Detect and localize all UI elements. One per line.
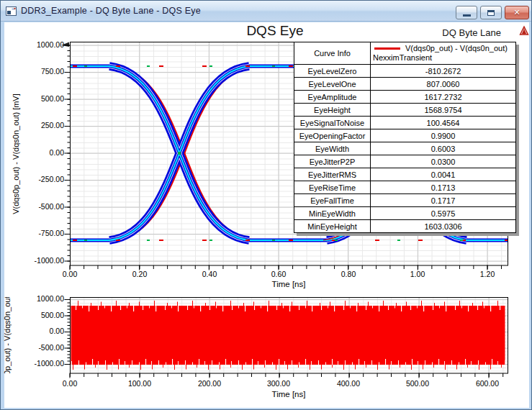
plot-title: DQS Eye xyxy=(178,23,372,39)
legend-metric-value: 100.4564 xyxy=(371,117,515,129)
legend-metric-value: 0.9900 xyxy=(371,129,515,142)
x-tick-label: 0.60 xyxy=(261,269,297,280)
legend-metric-name: MinEyeHeight xyxy=(294,220,371,232)
legend-row: MinEyeHeight 1603.0306 xyxy=(294,219,515,232)
y-tick-label: -500.00 xyxy=(15,342,64,353)
legend-metric-value: 1568.9754 xyxy=(371,104,515,116)
legend-row: EyeLevelZero -810.2672 xyxy=(294,64,515,77)
legend-metric-value: 1617.2732 xyxy=(371,91,515,103)
x-tick-label: 100.00 xyxy=(122,378,158,389)
x-tick-label: 1.20 xyxy=(469,269,505,280)
x-tick-label: 500.00 xyxy=(400,378,436,389)
legend-row: EyeWidth 0.6003 xyxy=(294,142,515,155)
y-tick-label: 500.00 xyxy=(15,310,64,321)
legend-row: EyeLevelOne 807.0060 xyxy=(294,77,515,90)
transient-plot xyxy=(68,298,509,376)
legend-row: EyeJitterRMS 0.0041 xyxy=(294,168,515,181)
x-tick-label: 0.00 xyxy=(52,378,88,389)
legend-header: Curve Info V(dqs0p_out) - V(dqs0n_out) N… xyxy=(294,42,515,64)
y-tick-label: -750.00 xyxy=(15,228,64,239)
x-tick-label: 600.00 xyxy=(469,378,505,389)
x-tick-label: 0.80 xyxy=(330,269,366,280)
y-tick-label: -500.00 xyxy=(15,201,64,212)
legend-row: EyeAmplitude 1617.2732 xyxy=(294,90,515,103)
y-tick-label: 0.00 xyxy=(15,326,64,337)
curve-color-swatch xyxy=(374,47,400,50)
y-tick-label: 1000.00 xyxy=(15,40,64,50)
legend-row: EyeOpeningFactor 0.9900 xyxy=(294,129,515,142)
eye-crossing-marker xyxy=(178,152,181,155)
x-tick-label: 0.40 xyxy=(191,269,227,280)
legend-metric-value: 0.6003 xyxy=(371,142,515,155)
legend-metric-name: EyeLevelOne xyxy=(294,78,371,90)
y-tick-label: -1000.00 xyxy=(15,255,64,266)
legend-metric-name: EyeJitterP2P xyxy=(294,155,371,168)
legend-row: MinEyeWidth 0.5975 xyxy=(294,206,515,219)
ansoft-logo-icon xyxy=(518,25,530,40)
legend-metric-name: EyeLevelZero xyxy=(294,65,371,77)
x-axis-label: Time [ns] xyxy=(238,390,339,398)
legend-metric-value: 0.0041 xyxy=(371,168,515,181)
y-tick-label: 500.00 xyxy=(15,94,64,104)
waveform-bottom-spikes xyxy=(71,365,505,370)
legend-row: EyeJitterP2P 0.0300 xyxy=(294,155,515,168)
curve-solution-label: NexximTransient xyxy=(373,53,513,63)
waveform-top-spikes xyxy=(71,301,505,306)
y-tick-label: 250.00 xyxy=(15,120,64,131)
legend-metric-value: 0.1713 xyxy=(371,181,515,193)
legend-row: EyeSignalToNoise 100.4564 xyxy=(294,116,515,129)
y-tick-label: -250.00 xyxy=(15,174,64,185)
curve-info-legend: Curve Info V(dqs0p_out) - V(dqs0n_out) N… xyxy=(294,42,516,233)
y-tick-label: 750.00 xyxy=(15,66,64,77)
legend-row: EyeFallTime 0.1717 xyxy=(294,193,515,206)
legend-metric-value: -810.2672 xyxy=(371,65,515,77)
report-name-label: DQ Byte Lane xyxy=(400,27,501,38)
legend-metric-name: EyeFallTime xyxy=(294,194,371,206)
y-tick-label: -1000.00 xyxy=(15,358,64,369)
x-axis-label: Time [ns] xyxy=(238,280,339,288)
legend-metric-name: EyeSignalToNoise xyxy=(294,117,371,129)
legend-row: EyeHeight 1568.9754 xyxy=(294,103,515,116)
legend-metric-name: EyeOpeningFactor xyxy=(294,129,371,142)
x-tick-label: 0.00 xyxy=(52,269,88,280)
x-tick-label: 200.00 xyxy=(191,378,227,389)
legend-metric-value: 1603.0306 xyxy=(371,220,515,232)
y-tick-label: 0.00 xyxy=(15,147,64,158)
legend-metric-value: 0.1717 xyxy=(371,194,515,206)
legend-metric-name: EyeWidth xyxy=(294,142,371,155)
y-axis-label: V(dqs0p_out) - V(dqs0n_out) [mV] xyxy=(1,297,12,373)
report-window: DDR3_Example - DQ Byte Lane - DQS Eye ✕ xyxy=(0,0,532,410)
legend-metric-name: MinEyeWidth xyxy=(294,207,371,219)
x-tick-label: 400.00 xyxy=(330,378,366,389)
legend-metric-name: EyeAmplitude xyxy=(294,91,371,103)
legend-metric-name: EyeHeight xyxy=(294,104,371,116)
legend-metric-value: 0.5975 xyxy=(371,207,515,219)
y-tick-label: 1000.00 xyxy=(15,293,64,304)
legend-metric-value: 0.0300 xyxy=(371,155,515,168)
legend-metric-name: EyeJitterRMS xyxy=(294,168,371,181)
x-tick-label: 0.20 xyxy=(122,269,158,280)
legend-metric-name: EyeRiseTime xyxy=(294,181,371,193)
x-tick-label: 1.00 xyxy=(400,269,436,280)
legend-row: EyeRiseTime 0.1713 xyxy=(294,181,515,193)
x-tick-label: 300.00 xyxy=(261,378,297,389)
legend-header-title: Curve Info xyxy=(294,42,371,64)
legend-metric-value: 807.0060 xyxy=(371,78,515,90)
curve-label: V(dqs0p_out) - V(dqs0n_out) xyxy=(405,44,508,53)
waveform-body xyxy=(71,306,505,365)
